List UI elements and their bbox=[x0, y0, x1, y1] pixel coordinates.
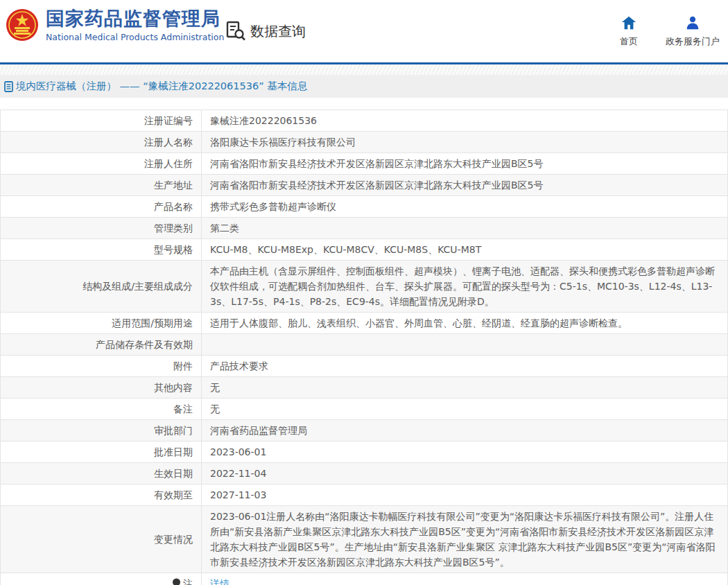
table-row-effective-date: 生效日期 2022-11-04 bbox=[1, 463, 728, 484]
breadcrumb-text: 境内医疗器械（注册） —— “豫械注准20222061536” 基本信息 bbox=[16, 80, 307, 93]
table-row-approval-dept: 审批部门 河南省药品监督管理局 bbox=[1, 420, 728, 442]
row-value: 河南省洛阳市新安县经济技术开发区洛新园区京津北路东大科技产业园B区5号 bbox=[202, 175, 728, 196]
document-icon bbox=[4, 81, 13, 92]
row-label: 产品名称 bbox=[1, 196, 202, 218]
nav-gov-portal[interactable]: 政务服务门户 bbox=[666, 15, 720, 48]
row-label: 有效期至 bbox=[1, 484, 202, 506]
hatch-band bbox=[0, 64, 728, 75]
row-label: 注 bbox=[1, 573, 202, 585]
table-row-attachment: 附件 产品技术要求 bbox=[1, 356, 728, 377]
row-value: 携带式彩色多普勒超声诊断仪 bbox=[202, 196, 728, 218]
breadcrumb: 境内医疗器械（注册） —— “豫械注准20222061536” 基本信息 bbox=[0, 75, 728, 98]
row-label: 批准日期 bbox=[1, 442, 202, 463]
note-label: 注 bbox=[183, 578, 193, 585]
top-nav: 首页 政务服务门户 bbox=[620, 15, 720, 48]
row-label: 生效日期 bbox=[1, 463, 202, 484]
table-row-expiry-date: 有效期至 2027-11-03 bbox=[1, 484, 728, 506]
row-label: 备注 bbox=[1, 399, 202, 420]
row-value: 产品技术要求 bbox=[202, 356, 728, 377]
row-value: 2027-11-03 bbox=[202, 484, 728, 506]
table-row-note: 注 详情 bbox=[1, 573, 728, 585]
table-row-approval-date: 批准日期 2023-06-01 bbox=[1, 442, 728, 463]
row-label: 型号规格 bbox=[1, 239, 202, 261]
table-row-reg-no: 注册证编号 豫械注准20222061536 bbox=[1, 110, 728, 132]
row-value: 2022-11-04 bbox=[202, 463, 728, 484]
registration-info-table: 注册证编号 豫械注准20222061536 注册人名称 洛阳康达卡乐福医疗科技有… bbox=[0, 110, 728, 585]
site-subtitle: National Medical Products Administration bbox=[46, 32, 224, 42]
row-label: 产品储存条件及有效期 bbox=[1, 334, 202, 356]
row-label: 结构及组成/主要组成成分 bbox=[1, 261, 202, 313]
row-value: 无 bbox=[202, 377, 728, 399]
table-row-product-name: 产品名称 携带式彩色多普勒超声诊断仪 bbox=[1, 196, 728, 218]
site-title: 国家药品监督管理局 bbox=[46, 8, 224, 29]
data-query-tab[interactable]: 数据查询 bbox=[225, 21, 306, 42]
row-value: 详情 bbox=[202, 573, 728, 585]
table-row-registrant-name: 注册人名称 洛阳康达卡乐福医疗科技有限公司 bbox=[1, 132, 728, 153]
nav-home-label: 首页 bbox=[620, 35, 638, 48]
row-value: 2023-06-01注册人名称由“洛阳康达卡勒幅医疗科技有限公司”变更为“洛阳康… bbox=[202, 506, 728, 573]
table-row-storage: 产品储存条件及有效期 bbox=[1, 334, 728, 356]
row-label: 注册人名称 bbox=[1, 132, 202, 153]
row-label: 注册人住所 bbox=[1, 153, 202, 175]
table-row-remarks: 备注 无 bbox=[1, 399, 728, 420]
row-value: 洛阳康达卡乐福医疗科技有限公司 bbox=[202, 132, 728, 153]
row-value: 无 bbox=[202, 399, 728, 420]
nav-home[interactable]: 首页 bbox=[620, 15, 638, 48]
table-row-production-address: 生产地址 河南省洛阳市新安县经济技术开发区洛新园区京津北路东大科技产业园B区5号 bbox=[1, 175, 728, 196]
row-label: 生产地址 bbox=[1, 175, 202, 196]
document-search-icon bbox=[225, 21, 246, 42]
home-icon bbox=[621, 15, 636, 30]
table-row-model-spec: 型号规格 KCU-M8、KCU-M8Exp、KCU-M8CV、KCU-M8S、K… bbox=[1, 239, 728, 261]
nav-gov-portal-label: 政务服务门户 bbox=[666, 35, 720, 48]
row-value: 第二类 bbox=[202, 218, 728, 239]
row-label: 审批部门 bbox=[1, 420, 202, 442]
row-value: 本产品由主机（含显示屏组件、控制面板组件、超声模块）、锂离子电池、适配器、探头和… bbox=[202, 261, 728, 313]
row-label: 附件 bbox=[1, 356, 202, 377]
row-value: KCU-M8、KCU-M8Exp、KCU-M8CV、KCU-M8S、KCU-M8… bbox=[202, 239, 728, 261]
row-value: 适用于人体腹部、胎儿、浅表组织、小器官、外周血管、心脏、经阴道、经直肠的超声诊断… bbox=[202, 313, 728, 334]
data-query-label: 数据查询 bbox=[250, 22, 306, 41]
national-emblem-icon bbox=[6, 8, 39, 42]
row-label: 注册证编号 bbox=[1, 110, 202, 132]
row-value: 河南省洛阳市新安县经济技术开发区洛新园区京津北路东大科技产业园B区5号 bbox=[202, 153, 728, 175]
note-balloon-icon bbox=[172, 578, 181, 585]
detail-link[interactable]: 详情 bbox=[210, 578, 229, 585]
row-value: 豫械注准20222061536 bbox=[202, 110, 728, 132]
row-label: 变更情况 bbox=[1, 506, 202, 573]
table-row-scope: 适用范围/预期用途 适用于人体腹部、胎儿、浅表组织、小器官、外周血管、心脏、经阴… bbox=[1, 313, 728, 334]
row-value: 2023-06-01 bbox=[202, 442, 728, 463]
row-label: 其他内容 bbox=[1, 377, 202, 399]
table-row-structure: 结构及组成/主要组成成分 本产品由主机（含显示屏组件、控制面板组件、超声模块）、… bbox=[1, 261, 728, 313]
table-row-other-content: 其他内容 无 bbox=[1, 377, 728, 399]
row-label: 管理类别 bbox=[1, 218, 202, 239]
table-row-change-info: 变更情况 2023-06-01注册人名称由“洛阳康达卡勒幅医疗科技有限公司”变更… bbox=[1, 506, 728, 573]
table-row-management-class: 管理类别 第二类 bbox=[1, 218, 728, 239]
site-logo: 国家药品监督管理局 National Medical Products Admi… bbox=[6, 8, 224, 42]
page-header: 国家药品监督管理局 National Medical Products Admi… bbox=[0, 0, 728, 62]
row-value bbox=[202, 334, 728, 356]
row-value: 河南省药品监督管理局 bbox=[202, 420, 728, 442]
row-label: 适用范围/预期用途 bbox=[1, 313, 202, 334]
table-row-registrant-address: 注册人住所 河南省洛阳市新安县经济技术开发区洛新园区京津北路东大科技产业园B区5… bbox=[1, 153, 728, 175]
user-icon bbox=[685, 15, 700, 30]
